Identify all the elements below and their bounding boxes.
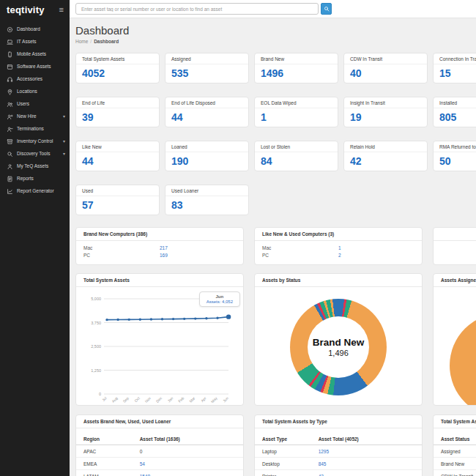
table-row: LATAM1548 — [76, 470, 243, 476]
data-table: Asset StatusAssignedBrand NewCDW In Tran… — [434, 434, 476, 476]
card-title: Brand New Computers (386) — [76, 228, 243, 241]
table-cell: LATAM — [76, 470, 140, 476]
stat-label: Retain Hold — [344, 141, 427, 152]
sidebar-item-mobile-assets[interactable]: Mobile Assets — [0, 48, 70, 61]
card-title: Assets by Status — [255, 274, 422, 287]
stat-label: Installed — [434, 97, 476, 108]
summary-card-like-new-used-computers-3: Like New & Used Computers (3)Mac1PC2 — [254, 227, 423, 265]
data-point-oct[interactable] — [139, 318, 141, 320]
data-point-apr[interactable] — [205, 317, 207, 319]
table-row: Laptop1295 — [255, 445, 422, 458]
sidebar-item-users[interactable]: Users — [0, 98, 70, 111]
partial-donut-body — [434, 287, 476, 406]
pin-icon — [7, 89, 13, 95]
sidebar-item-dashboard[interactable]: Dashboard — [0, 23, 70, 36]
archive-icon — [7, 138, 13, 145]
svg-text:May: May — [210, 395, 218, 403]
sidebar-item-discovery-tools[interactable]: Discovery Tools▾ — [0, 148, 70, 160]
table-cell: Assigned — [434, 445, 476, 458]
data-point-aug[interactable] — [116, 319, 119, 321]
sidebar-item-accessories[interactable]: Accessories — [0, 73, 70, 86]
svg-text:Sep: Sep — [122, 395, 130, 403]
search-button[interactable] — [321, 3, 332, 15]
sidebar-item-label: Report Generator — [17, 188, 54, 195]
table-column-header: Asset Total (1636) — [140, 434, 243, 445]
sidebar-item-reports[interactable]: Reports — [0, 173, 70, 185]
table-value-link[interactable]: 42 — [319, 474, 324, 476]
stat-label: Like New — [76, 141, 159, 152]
summary-value-link[interactable]: 1 — [338, 245, 341, 250]
stat-card-assigned: Assigned535 — [165, 53, 249, 83]
sidebar-item-my-teq-assets[interactable]: My TeQ Assets — [0, 160, 70, 173]
table-cell: APAC — [76, 445, 140, 458]
stat-value: 84 — [255, 152, 338, 170]
table-value-link[interactable]: 845 — [319, 461, 327, 466]
sidebar-item-report-generator[interactable]: Report Generator — [0, 185, 70, 198]
sidebar-item-new-hire[interactable]: New Hire▾ — [0, 111, 70, 123]
breadcrumb-home[interactable]: Home — [75, 39, 88, 44]
data-point-feb[interactable] — [183, 318, 185, 320]
table-cell: Desktop — [255, 458, 319, 470]
person-icon — [7, 163, 13, 170]
sidebar-item-locations[interactable]: Locations — [0, 86, 70, 98]
sidebar-item-label: New Hire — [17, 114, 37, 120]
data-table: Asset TypeAsset Total (4052)Laptop1295De… — [255, 434, 422, 476]
sidebar-item-terminations[interactable]: Terminations — [0, 123, 70, 135]
svg-text:1,250: 1,250 — [91, 368, 101, 373]
stat-card-used: Used57 — [75, 185, 160, 215]
sidebar-item-it-assets[interactable]: IT Assets — [0, 36, 70, 48]
data-point-sep[interactable] — [128, 319, 130, 321]
headset-icon — [7, 76, 13, 83]
donut-chart: Brand New 1,496 — [290, 299, 387, 395]
stat-card-like-new: Like New44 — [75, 141, 160, 171]
sidebar-logo-row: teqtivity ≡ — [0, 0, 70, 19]
table-value-link[interactable]: 54 — [140, 461, 145, 466]
svg-text:2,500: 2,500 — [91, 344, 101, 349]
table-cell: Brand New — [434, 458, 476, 470]
data-point-jul[interactable] — [105, 319, 108, 321]
svg-text:Aug: Aug — [111, 395, 119, 403]
search-input[interactable] — [75, 3, 319, 15]
data-point-nov[interactable] — [150, 318, 152, 320]
sidebar: teqtivity ≡ DashboardIT AssetsMobile Ass… — [0, 0, 70, 476]
stat-value: 83 — [166, 196, 248, 214]
summary-value-link[interactable]: 217 — [160, 245, 168, 250]
data-point-jan[interactable] — [172, 318, 174, 320]
stat-label: Brand New — [255, 53, 338, 64]
app-logo: teqtivity — [7, 4, 45, 15]
user-plus-icon — [7, 114, 13, 120]
data-point-jun[interactable] — [226, 314, 231, 319]
stat-label: Connection In Transit — [434, 53, 476, 64]
menu-toggle-icon[interactable]: ≡ — [59, 6, 64, 14]
summary-label: PC — [262, 253, 338, 258]
stat-value: 19 — [344, 108, 427, 126]
table-value-link[interactable]: 1548 — [140, 474, 150, 476]
stat-value: 1 — [255, 108, 338, 126]
data-table: RegionAsset Total (1636)APAC0EMEA54LATAM… — [76, 434, 243, 476]
stat-card-rma-returned-to-vendor: RMA Returned to Vendor50 — [433, 141, 476, 171]
table-value-link[interactable]: 1295 — [319, 449, 329, 454]
donut-chart-body: Brand New 1,496 — [255, 287, 422, 406]
stat-label: Insight In Transit — [344, 97, 427, 108]
stat-card-insight-in-transit: Insight In Transit19 — [343, 97, 428, 127]
stat-label: End of Life — [76, 97, 159, 108]
data-point-may[interactable] — [216, 317, 218, 319]
summary-value-link[interactable]: 2 — [338, 253, 341, 258]
stat-label: Lost or Stolen — [255, 141, 338, 152]
stat-card-connection-in-transit: Connection In Transit15 — [433, 53, 476, 83]
topbar — [70, 0, 476, 18]
data-point-mar[interactable] — [194, 317, 196, 319]
partial-donut-chart — [450, 313, 476, 406]
document-icon — [7, 176, 13, 182]
card-title: Assets Assigned, In — [434, 274, 476, 287]
stat-card-end-of-life-disposed: End of Life Disposed44 — [165, 97, 249, 127]
sidebar-item-inventory-control[interactable]: Inventory Control▾ — [0, 135, 70, 148]
stat-label: EOL Data Wiped — [255, 97, 338, 108]
sidebar-item-label: Users — [17, 101, 29, 108]
stat-card-brand-new: Brand New1496 — [254, 53, 338, 83]
table-row: EMEA54 — [76, 458, 243, 470]
stat-value: 4052 — [76, 64, 159, 82]
sidebar-item-software-assets[interactable]: Software Assets — [0, 61, 70, 73]
summary-value-link[interactable]: 169 — [160, 253, 168, 258]
data-point-dec[interactable] — [161, 318, 163, 320]
